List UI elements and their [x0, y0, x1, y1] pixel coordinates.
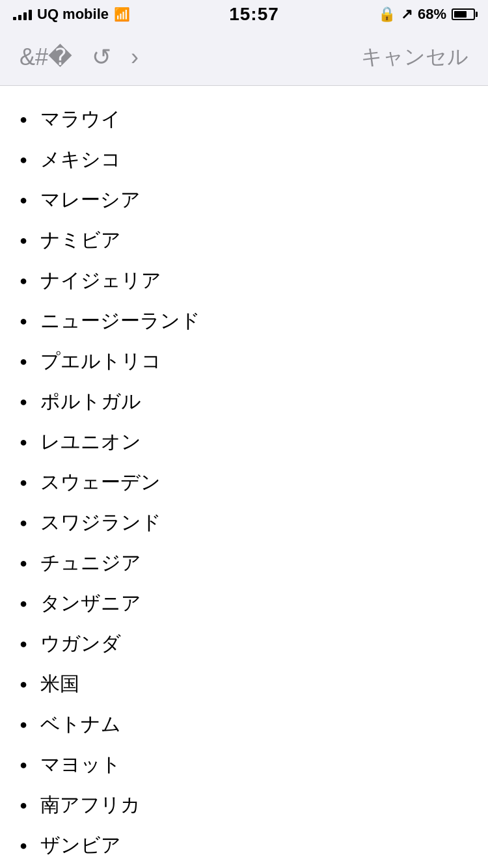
refresh-button[interactable]: ↺	[92, 44, 111, 71]
list-item: レユニオン	[20, 422, 468, 462]
list-item: メキシコ	[20, 139, 468, 180]
list-item: スワジランド	[20, 502, 468, 543]
cancel-button[interactable]: キャンセル	[361, 43, 468, 72]
list-item: ニュージーランド	[20, 301, 468, 341]
list-item: マラウイ	[20, 99, 468, 139]
status-left: UQ mobile 📶	[13, 6, 130, 23]
list-item: マレーシア	[20, 180, 468, 220]
location-icon: ↗	[401, 6, 413, 23]
list-item: ジンバブエ	[20, 865, 468, 868]
wifi-icon: 📶	[114, 7, 130, 22]
list-item: ベトナム	[20, 704, 468, 744]
signal-bars-icon	[13, 8, 32, 20]
list-item: チュニジア	[20, 543, 468, 583]
country-list: マラウイメキシコマレーシアナミビアナイジェリアニュージーランドプエルトリコポルト…	[20, 99, 468, 868]
list-item: ナミビア	[20, 220, 468, 260]
battery-icon	[452, 8, 475, 20]
list-item: マヨット	[20, 744, 468, 785]
nav-bar: &#� ↺ › キャンセル	[0, 29, 488, 86]
list-item: ポルトガル	[20, 381, 468, 422]
lock-icon: 🔒	[378, 6, 396, 23]
list-item: ナイジェリア	[20, 260, 468, 301]
list-item: ウガンダ	[20, 623, 468, 664]
forward-button[interactable]: ›	[131, 44, 139, 71]
battery-label: 68%	[418, 6, 446, 23]
nav-buttons: &#� ↺ ›	[20, 44, 139, 71]
list-item: 南アフリカ	[20, 785, 468, 825]
list-item: プエルトリコ	[20, 341, 468, 381]
status-time: 15:57	[229, 4, 279, 25]
status-bar: UQ mobile 📶 15:57 🔒 ↗ 68%	[0, 0, 488, 29]
list-item: 米国	[20, 664, 468, 704]
content-area: マラウイメキシコマレーシアナミビアナイジェリアニュージーランドプエルトリコポルト…	[0, 86, 488, 868]
list-item: タンザニア	[20, 583, 468, 623]
list-item: スウェーデン	[20, 462, 468, 502]
status-right: 🔒 ↗ 68%	[378, 6, 475, 23]
carrier-label: UQ mobile	[37, 6, 109, 23]
list-item: ザンビア	[20, 825, 468, 865]
back-button[interactable]: &#�	[20, 44, 72, 71]
